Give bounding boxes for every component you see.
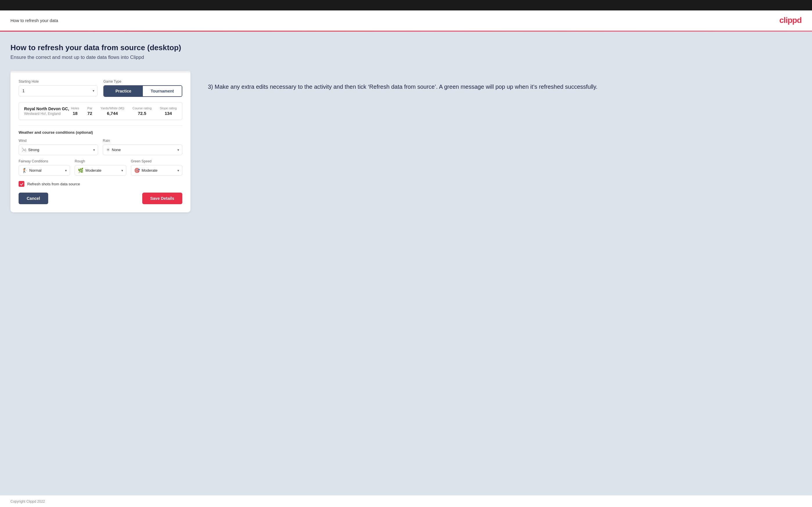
green-speed-icon: 🎯 [131, 168, 140, 173]
form-actions: Cancel Save Details [18, 192, 182, 204]
course-info-box: Royal North Devon GC, Westward Ho!, Engl… [18, 102, 182, 120]
wind-select-wrapper[interactable]: 🌬 Strong None Light Moderate ▾ [18, 145, 98, 155]
fairway-rough-green-row: Fairway Conditions 🏌 Normal Wet Dry ▾ Ro… [18, 159, 182, 176]
wind-select[interactable]: Strong None Light Moderate [27, 145, 98, 155]
course-name-block: Royal North Devon GC, Westward Ho!, Engl… [24, 106, 71, 116]
game-type-group: Game Type Practice Tournament [103, 79, 182, 97]
form-card-strip [10, 71, 191, 72]
rough-label: Rough [74, 159, 126, 163]
wind-rain-row: Wind 🌬 Strong None Light Moderate ▾ Rain [18, 138, 182, 155]
yards-value: 6,744 [100, 111, 124, 116]
stat-slope-rating: Slope rating 134 [160, 106, 177, 116]
main-content: How to refresh your data from source (de… [0, 32, 812, 495]
rough-group: Rough 🌿 Moderate Light Heavy ▾ [74, 159, 126, 176]
stat-par: Par 72 [87, 106, 92, 116]
green-speed-select[interactable]: Moderate Slow Fast [140, 165, 182, 175]
conditions-title: Weather and course conditions (optional) [18, 130, 182, 134]
par-value: 72 [87, 111, 92, 116]
holes-label: Holes [71, 106, 79, 110]
rain-select[interactable]: None Light Heavy [110, 145, 182, 155]
starting-hole-select[interactable]: 1 10 [19, 86, 97, 96]
section-divider [18, 125, 182, 126]
slope-rating-value: 134 [160, 111, 177, 116]
content-layout: Starting Hole 1 10 ▾ Game Type Practice … [10, 71, 802, 212]
refresh-checkbox-row[interactable]: Refresh shots from data source [18, 181, 182, 187]
slope-rating-label: Slope rating [160, 106, 177, 110]
course-rating-value: 72.5 [133, 111, 152, 116]
fairway-select-wrapper[interactable]: 🏌 Normal Wet Dry ▾ [18, 165, 70, 176]
stat-course-rating: Course rating 72.5 [133, 106, 152, 116]
rain-group: Rain ☀ None Light Heavy ▾ [103, 138, 182, 155]
footer: Copyright Clippd 2022 [0, 495, 812, 507]
header: How to refresh your data clippd [0, 10, 812, 31]
rough-select-wrapper[interactable]: 🌿 Moderate Light Heavy ▾ [74, 165, 126, 176]
field-row-top: Starting Hole 1 10 ▾ Game Type Practice … [18, 79, 182, 97]
green-speed-group: Green Speed 🎯 Moderate Slow Fast ▾ [131, 159, 182, 176]
form-card: Starting Hole 1 10 ▾ Game Type Practice … [10, 71, 191, 212]
course-location: Westward Ho!, England [24, 112, 71, 116]
holes-value: 18 [71, 111, 79, 116]
rain-icon: ☀ [103, 147, 110, 153]
game-type-toggle: Practice Tournament [103, 85, 182, 97]
copyright-text: Copyright Clippd 2022 [10, 500, 45, 504]
rough-icon: 🌿 [75, 168, 84, 173]
page-subheading: Ensure the correct and most up to date d… [10, 55, 802, 60]
rain-select-wrapper[interactable]: ☀ None Light Heavy ▾ [103, 145, 182, 155]
wind-icon: 🌬 [19, 147, 27, 153]
checkmark-icon [20, 182, 23, 186]
refresh-label: Refresh shots from data source [27, 182, 80, 186]
course-stats: Holes 18 Par 72 Yards/White (M)) 6,744 C… [71, 106, 177, 116]
save-button[interactable]: Save Details [142, 192, 183, 204]
game-type-label: Game Type [103, 79, 182, 83]
side-description: 3) Make any extra edits necessary to the… [208, 71, 802, 91]
stat-yards: Yards/White (M)) 6,744 [100, 106, 124, 116]
cancel-button[interactable]: Cancel [18, 192, 48, 204]
practice-button[interactable]: Practice [104, 86, 143, 96]
rough-select[interactable]: Moderate Light Heavy [84, 165, 126, 175]
starting-hole-label: Starting Hole [18, 79, 98, 83]
green-speed-label: Green Speed [131, 159, 182, 163]
side-description-text: 3) Make any extra edits necessary to the… [208, 82, 802, 91]
refresh-checkbox[interactable] [18, 181, 24, 187]
starting-hole-select-wrapper[interactable]: 1 10 ▾ [18, 85, 98, 96]
top-bar [0, 0, 812, 10]
fairway-icon: 🏌 [19, 168, 28, 173]
fairway-group: Fairway Conditions 🏌 Normal Wet Dry ▾ [18, 159, 70, 176]
green-speed-select-wrapper[interactable]: 🎯 Moderate Slow Fast ▾ [131, 165, 182, 176]
header-title: How to refresh your data [10, 18, 58, 23]
starting-hole-group: Starting Hole 1 10 ▾ [18, 79, 98, 97]
fairway-select[interactable]: Normal Wet Dry [28, 165, 70, 175]
par-label: Par [87, 106, 92, 110]
logo: clippd [779, 16, 802, 25]
fairway-label: Fairway Conditions [18, 159, 70, 163]
rain-label: Rain [103, 138, 182, 143]
stat-holes: Holes 18 [71, 106, 79, 116]
wind-label: Wind [18, 138, 98, 143]
yards-label: Yards/White (M)) [100, 106, 124, 110]
wind-group: Wind 🌬 Strong None Light Moderate ▾ [18, 138, 98, 155]
course-rating-label: Course rating [133, 106, 152, 110]
tournament-button[interactable]: Tournament [143, 86, 182, 96]
page-heading: How to refresh your data from source (de… [10, 43, 802, 52]
course-name: Royal North Devon GC, [24, 106, 71, 111]
